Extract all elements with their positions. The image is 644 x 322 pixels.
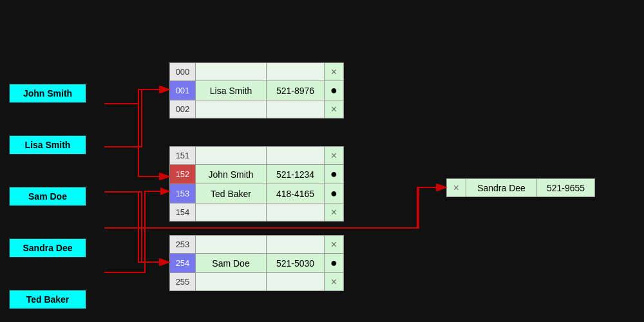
- standalone-record: × Sandra Dee 521-9655: [446, 178, 595, 197]
- phone-cell: [267, 100, 325, 118]
- table-row: 152 John Smith 521-1234 ●: [170, 165, 344, 184]
- arrow-sam-to-table3: [104, 192, 169, 262]
- marker-cell: ×: [325, 204, 344, 222]
- marker-cell: ●: [325, 184, 344, 204]
- table-row: 253 ×: [170, 236, 344, 254]
- table-row: 255 ×: [170, 273, 344, 291]
- name-cell: [196, 147, 267, 165]
- marker-cell: ×: [325, 236, 344, 254]
- marker-cell: ×: [325, 100, 344, 118]
- person-list: John Smith Lisa Smith Sam Doe Sandra Dee…: [9, 84, 86, 309]
- name-cell: [196, 273, 267, 291]
- name-cell: [196, 236, 267, 254]
- line-sam: [104, 192, 169, 262]
- index-cell: 253: [170, 236, 196, 254]
- index-cell: 001: [170, 81, 196, 100]
- marker-cell: ●: [325, 165, 344, 184]
- index-cell: 153: [170, 184, 196, 204]
- phone-cell: [267, 63, 325, 81]
- table-row: 001 Lisa Smith 521-8976 ●: [170, 81, 344, 100]
- person-label-sandra: Sandra Dee: [9, 238, 86, 258]
- person-label-john: John Smith: [9, 84, 86, 103]
- table-row: 002 ×: [170, 100, 344, 118]
- name-cell: Sandra Dee: [466, 179, 537, 197]
- hash-table-3: 253 × 254 Sam Doe 521-5030 ● 255 ×: [169, 235, 344, 291]
- phone-cell: 521-1234: [267, 165, 325, 184]
- person-label-ted: Ted Baker: [9, 290, 86, 309]
- person-item-ted: Ted Baker: [9, 290, 86, 309]
- phone-cell: [267, 147, 325, 165]
- marker-cell: ×: [325, 147, 344, 165]
- phone-cell: 521-8976: [267, 81, 325, 100]
- name-cell: [196, 63, 267, 81]
- phone-cell: [267, 236, 325, 254]
- index-cell: 154: [170, 204, 196, 222]
- marker-cell: ×: [325, 273, 344, 291]
- name-cell: [196, 100, 267, 118]
- index-cell: 000: [170, 63, 196, 81]
- line-lisa: [104, 90, 169, 147]
- person-item-sandra: Sandra Dee: [9, 238, 86, 258]
- person-item-john: John Smith: [9, 84, 86, 103]
- hash-table-1: 000 × 001 Lisa Smith 521-8976 ● 002 ×: [169, 62, 344, 118]
- phone-cell: 521-5030: [267, 254, 325, 273]
- marker-cell: ×: [447, 179, 466, 197]
- phone-cell: [267, 204, 325, 222]
- index-cell: 151: [170, 147, 196, 165]
- table-row: 153 Ted Baker 418-4165 ●: [170, 184, 344, 204]
- index-cell: 152: [170, 165, 196, 184]
- name-cell: [196, 204, 267, 222]
- index-cell: 255: [170, 273, 196, 291]
- marker-cell: ×: [325, 63, 344, 81]
- table-row: 254 Sam Doe 521-5030 ●: [170, 254, 344, 273]
- index-cell: 254: [170, 254, 196, 273]
- phone-cell: 521-9655: [537, 179, 595, 197]
- person-label-sam: Sam Doe: [9, 187, 86, 206]
- line-john: [104, 104, 138, 176]
- marker-cell: ●: [325, 254, 344, 273]
- name-cell: Sam Doe: [196, 254, 267, 273]
- phone-cell: 418-4165: [267, 184, 325, 204]
- table-row: 151 ×: [170, 147, 344, 165]
- table-row: 154 ×: [170, 204, 344, 222]
- name-cell: Ted Baker: [196, 184, 267, 204]
- arrow-john-to-table2: [104, 104, 169, 176]
- line-ted: [104, 191, 169, 272]
- table-row: × Sandra Dee 521-9655: [447, 179, 595, 197]
- phone-cell: [267, 273, 325, 291]
- name-cell: John Smith: [196, 165, 267, 184]
- person-item-sam: Sam Doe: [9, 187, 86, 206]
- index-cell: 002: [170, 100, 196, 118]
- name-cell: Lisa Smith: [196, 81, 267, 100]
- hash-table-2: 151 × 152 John Smith 521-1234 ● 153 Ted …: [169, 146, 344, 222]
- table-row: 000 ×: [170, 63, 344, 81]
- arrow-lisa-to-table1: [104, 90, 169, 147]
- marker-cell: ●: [325, 81, 344, 100]
- person-item-lisa: Lisa Smith: [9, 135, 86, 155]
- person-label-lisa: Lisa Smith: [9, 135, 86, 155]
